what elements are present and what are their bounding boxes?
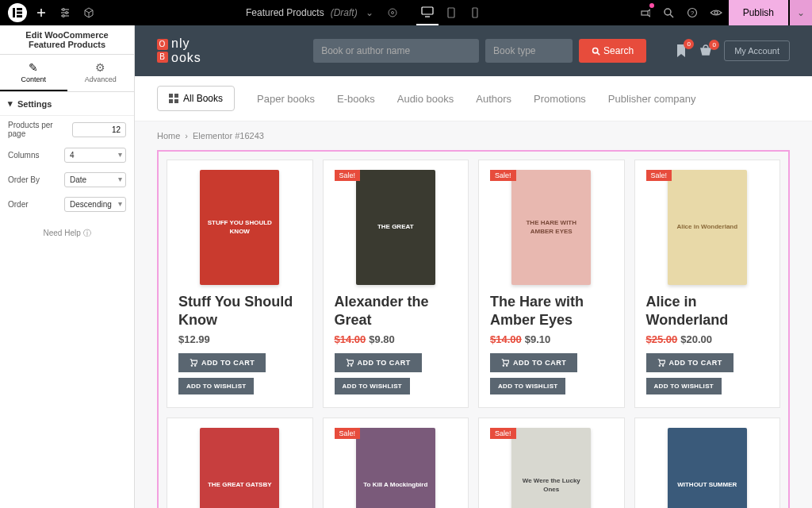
- settings-section-toggle[interactable]: ▾ Settings: [0, 92, 134, 116]
- product-price: $14.00$9.80: [335, 333, 458, 345]
- product-title: Alexander the Great: [335, 293, 458, 329]
- add-to-cart-button[interactable]: ADD TO CART: [178, 353, 266, 372]
- product-card[interactable]: Sale!THE HARE WITH AMBER EYESThe Hare wi…: [478, 160, 625, 408]
- wishlist-badge: 0: [684, 39, 694, 49]
- add-to-cart-button[interactable]: ADD TO CART: [646, 353, 733, 372]
- need-help-link[interactable]: Need Help ⓘ: [0, 217, 134, 250]
- add-to-cart-button[interactable]: ADD TO CART: [335, 353, 422, 372]
- svg-line-25: [597, 52, 599, 55]
- nav-ebooks[interactable]: E-books: [337, 93, 375, 105]
- svg-rect-2: [17, 12, 22, 14]
- pencil-icon: ✎: [3, 61, 64, 74]
- svg-rect-26: [169, 94, 173, 98]
- product-image: THE GREAT GATSBY: [178, 428, 301, 508]
- sidebar-widget-title: Edit WooCommerce Featured Products: [0, 25, 134, 55]
- svg-point-19: [665, 9, 671, 15]
- svg-rect-28: [169, 99, 173, 103]
- svg-point-12: [389, 9, 396, 17]
- caret-down-icon: ▾: [8, 98, 13, 109]
- columns-select[interactable]: 4: [64, 148, 126, 163]
- svg-point-13: [391, 12, 393, 14]
- editor-sidebar: Edit WooCommerce Featured Products ✎ Con…: [0, 25, 135, 508]
- svg-point-10: [66, 12, 68, 14]
- nav-authors[interactable]: Authors: [476, 93, 511, 105]
- help-button[interactable]: ?: [681, 2, 703, 24]
- mobile-view-tab[interactable]: [464, 0, 486, 25]
- product-card[interactable]: Sale!We Were the Lucky Ones: [478, 418, 625, 508]
- all-books-button[interactable]: All Books: [157, 86, 235, 111]
- my-account-button[interactable]: My Account: [724, 40, 790, 61]
- add-to-wishlist-button[interactable]: ADD TO WISHLIST: [335, 378, 410, 394]
- site-logo[interactable]: O B nly ooks: [157, 37, 201, 65]
- product-card[interactable]: STUFF YOU SHOULD KNOWStuff You Should Kn…: [167, 160, 313, 408]
- document-status: (Draft): [331, 7, 358, 18]
- svg-rect-18: [642, 11, 648, 15]
- svg-text:?: ?: [690, 10, 694, 17]
- product-image: We Were the Lucky Ones: [490, 428, 613, 508]
- tablet-view-tab[interactable]: [440, 0, 462, 25]
- sale-badge: Sale!: [490, 428, 516, 439]
- svg-rect-1: [17, 8, 22, 10]
- chevron-down-icon[interactable]: ⌄: [366, 7, 373, 18]
- svg-rect-3: [17, 15, 22, 17]
- product-card[interactable]: THE GREAT GATSBY: [167, 418, 313, 508]
- sale-badge: Sale!: [646, 170, 672, 181]
- order-select[interactable]: Descending: [64, 197, 126, 212]
- product-price: $14.00$9.10: [490, 333, 613, 345]
- site-settings-button[interactable]: [56, 3, 75, 22]
- add-to-cart-button[interactable]: ADD TO CART: [490, 353, 577, 372]
- breadcrumb: Home › Elementor #16243: [135, 121, 812, 150]
- search-input[interactable]: [313, 39, 479, 63]
- nav-publisher[interactable]: Publisher company: [608, 93, 696, 105]
- booktype-select[interactable]: [485, 39, 573, 63]
- cart-badge: 0: [709, 40, 719, 50]
- preview-canvas: O B nly ooks Search 0: [135, 25, 812, 508]
- product-card[interactable]: Sale!To Kill A Mockingbird: [323, 418, 469, 508]
- add-to-wishlist-button[interactable]: ADD TO WISHLIST: [646, 378, 722, 394]
- product-title: Stuff You Should Know: [178, 293, 301, 329]
- nav-promotions[interactable]: Promotions: [534, 93, 586, 105]
- main-nav: All Books Paper books E-books Audio book…: [135, 76, 812, 121]
- featured-products-widget[interactable]: STUFF YOU SHOULD KNOWStuff You Should Kn…: [157, 150, 790, 508]
- add-element-button[interactable]: [32, 3, 51, 22]
- product-image: Alice in Wonderland: [646, 170, 769, 285]
- svg-rect-14: [422, 7, 433, 14]
- svg-rect-17: [473, 8, 477, 17]
- svg-point-23: [714, 11, 718, 14]
- advanced-tab[interactable]: ⚙ Advanced: [67, 55, 135, 91]
- publish-options-button[interactable]: ⌄: [790, 0, 812, 25]
- add-to-wishlist-button[interactable]: ADD TO WISHLIST: [178, 378, 254, 394]
- orderby-select[interactable]: Date: [64, 172, 126, 187]
- product-card[interactable]: Sale!Alice in WonderlandAlice in Wonderl…: [634, 160, 781, 408]
- breadcrumb-current: Elementor #16243: [193, 131, 264, 140]
- finder-button[interactable]: [657, 2, 680, 24]
- page-settings-button[interactable]: [381, 2, 404, 24]
- breadcrumb-home[interactable]: Home: [157, 131, 180, 140]
- product-image: To Kill A Mockingbird: [335, 428, 458, 508]
- desktop-view-tab[interactable]: [416, 0, 439, 25]
- search-button[interactable]: Search: [579, 39, 646, 63]
- product-card[interactable]: Sale!THE GREATAlexander the Great$14.00$…: [323, 160, 469, 408]
- order-label: Order: [8, 200, 29, 209]
- product-price: $25.00$20.00: [646, 333, 769, 345]
- sale-badge: Sale!: [490, 170, 516, 181]
- product-title: The Hare with Amber Eyes: [490, 293, 613, 329]
- nav-audio-books[interactable]: Audio books: [397, 93, 454, 105]
- publish-button[interactable]: Publish: [729, 0, 788, 25]
- whats-new-button[interactable]: [634, 2, 656, 24]
- add-to-wishlist-button[interactable]: ADD TO WISHLIST: [490, 378, 565, 394]
- preview-button[interactable]: [705, 2, 727, 24]
- wishlist-icon[interactable]: 0: [675, 44, 688, 58]
- product-card[interactable]: WITHOUT SUMMER: [634, 418, 781, 508]
- elementor-logo[interactable]: [8, 3, 27, 22]
- site-header: O B nly ooks Search 0: [135, 25, 812, 76]
- svg-line-20: [670, 14, 673, 17]
- cart-icon[interactable]: 0: [699, 44, 713, 57]
- structure-button[interactable]: [79, 3, 98, 22]
- nav-paper-books[interactable]: Paper books: [257, 93, 315, 105]
- per-page-input[interactable]: [72, 122, 126, 137]
- product-image: STUFF YOU SHOULD KNOW: [178, 170, 301, 285]
- chevron-right-icon: ›: [185, 131, 188, 140]
- content-tab[interactable]: ✎ Content: [0, 55, 67, 91]
- svg-rect-29: [174, 99, 178, 103]
